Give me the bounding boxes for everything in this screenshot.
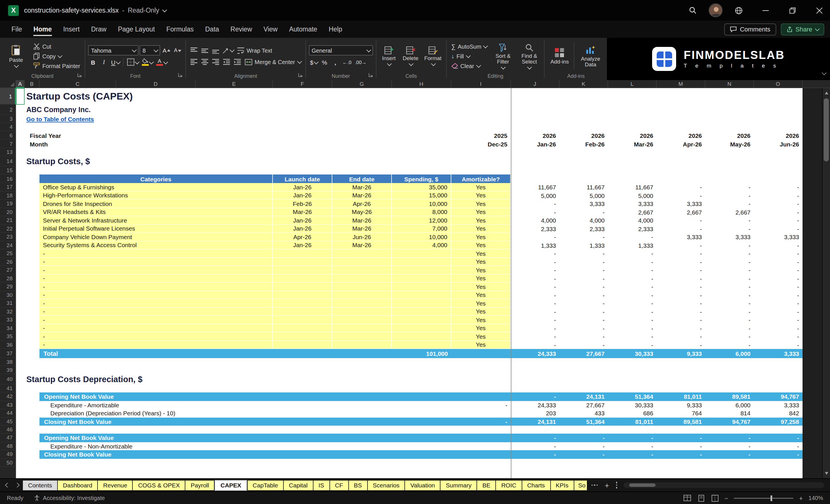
band-label[interactable]: Opening Net Book Value	[41, 434, 258, 442]
period-month-cell[interactable]: 2026	[560, 131, 608, 139]
borders-button[interactable]	[126, 57, 139, 67]
month-value-cell[interactable]: -	[705, 283, 754, 291]
month-value-cell[interactable]: -	[657, 249, 705, 258]
month-value-cell[interactable]: -	[560, 266, 608, 274]
row-header-14[interactable]: 14	[0, 156, 16, 166]
month-value-cell[interactable]: 3,333	[754, 233, 802, 241]
spending-cell[interactable]	[392, 266, 451, 274]
month-value-cell[interactable]: -	[560, 341, 608, 349]
column-header-G[interactable]: G	[332, 80, 392, 88]
sheet-tab-scenarios[interactable]: Scenarios	[368, 480, 405, 490]
spending-cell[interactable]	[392, 249, 451, 258]
amortizable-cell[interactable]: Yes	[451, 291, 511, 299]
row-header-16[interactable]: 16	[0, 175, 16, 183]
month-value-cell[interactable]: -	[754, 216, 802, 224]
amortizable-cell[interactable]: Yes	[451, 200, 511, 208]
total-spending-cell[interactable]: 101,000	[392, 349, 451, 358]
analyze-data-button[interactable]: Analyze Data	[577, 39, 604, 73]
row-header-25[interactable]: 25	[0, 249, 16, 258]
spending-cell[interactable]	[392, 341, 451, 349]
month-value-cell[interactable]: -	[657, 291, 705, 299]
month-value-cell[interactable]: -	[657, 333, 705, 341]
column-header-N[interactable]: N	[705, 80, 754, 88]
month-value-cell[interactable]: 2,667	[608, 208, 657, 216]
accessibility-status[interactable]: Accessibility: Investigate	[34, 495, 105, 501]
amortizable-cell[interactable]: Yes	[451, 333, 511, 341]
launch-date-cell[interactable]	[273, 291, 332, 299]
dep-dec-cell[interactable]: -	[451, 401, 511, 409]
bold-button[interactable]: B	[88, 57, 98, 67]
launch-date-cell[interactable]: Jan-26	[273, 241, 332, 249]
row-header-47[interactable]: 47	[0, 434, 16, 442]
launch-date-cell[interactable]: Apr-26	[273, 233, 332, 241]
month-value-cell[interactable]: -	[657, 183, 705, 191]
band-month-cell[interactable]: 51,364	[608, 392, 657, 401]
month-value-cell[interactable]: -	[657, 241, 705, 249]
category-cell[interactable]: Security Systems & Access Control	[39, 241, 273, 249]
category-cell[interactable]: -	[39, 291, 273, 299]
spending-cell[interactable]: 35,000	[392, 183, 451, 191]
month-value-cell[interactable]: -	[754, 333, 802, 341]
amortizable-cell[interactable]: Yes	[451, 274, 511, 283]
month-value-cell[interactable]: 2,667	[705, 208, 754, 216]
category-cell[interactable]: -	[39, 266, 273, 274]
alignment-dialog-launcher[interactable]	[298, 72, 302, 79]
category-cell[interactable]: -	[39, 316, 273, 324]
row-header-21[interactable]: 21	[0, 216, 16, 224]
column-header-M[interactable]: M	[657, 80, 705, 88]
month-value-cell[interactable]: -	[511, 324, 560, 333]
end-date-cell[interactable]	[332, 316, 392, 324]
menu-tab-data[interactable]: Data	[199, 21, 225, 38]
end-date-cell[interactable]	[332, 249, 392, 258]
band-month-cell[interactable]: -	[754, 434, 802, 442]
month-value-cell[interactable]: -	[705, 324, 754, 333]
band-month-cell[interactable]: 24,131	[511, 417, 560, 426]
row-header-2[interactable]: 2	[0, 105, 16, 115]
sheet-tab-bs[interactable]: BS	[349, 480, 367, 490]
row-header-24[interactable]: 24	[0, 241, 16, 249]
month-value-cell[interactable]: -	[608, 333, 657, 341]
sheet-tab-roic[interactable]: ROIC	[496, 480, 522, 490]
month-value-cell[interactable]: 4,000	[608, 216, 657, 224]
end-date-cell[interactable]: Mar-26	[332, 191, 392, 200]
sheet-tab-kpis[interactable]: KPIs	[550, 480, 573, 490]
month-value-cell[interactable]: -	[560, 283, 608, 291]
band-month-cell[interactable]: 94,767	[705, 417, 754, 426]
month-value-cell[interactable]: -	[608, 316, 657, 324]
month-value-cell[interactable]: -	[511, 299, 560, 308]
band-month-cell[interactable]: 81,011	[657, 392, 705, 401]
row-header-19[interactable]: 19	[0, 200, 16, 208]
month-value-cell[interactable]: -	[560, 233, 608, 241]
row-header-6[interactable]: 6	[0, 131, 16, 139]
row-header-49[interactable]: 49	[0, 450, 16, 459]
month-value-cell[interactable]: 5,000	[511, 191, 560, 200]
band-label[interactable]: Closing Net Book Value	[41, 450, 258, 459]
spending-cell[interactable]	[392, 316, 451, 324]
month-value-cell[interactable]: 1,333	[511, 241, 560, 249]
dep-month-cell[interactable]: -	[511, 442, 560, 450]
month-value-cell[interactable]: -	[705, 266, 754, 274]
period-dec-cell[interactable]: 2025	[451, 131, 511, 139]
category-cell[interactable]: -	[39, 283, 273, 291]
menu-tab-help[interactable]: Help	[323, 21, 348, 38]
month-value-cell[interactable]: -	[560, 208, 608, 216]
month-value-cell[interactable]: -	[754, 241, 802, 249]
band-month-cell[interactable]: 89,581	[705, 392, 754, 401]
month-value-cell[interactable]: -	[608, 258, 657, 266]
month-value-cell[interactable]: -	[511, 249, 560, 258]
spending-cell[interactable]	[392, 258, 451, 266]
month-value-cell[interactable]: -	[608, 283, 657, 291]
row-header-32[interactable]: 32	[0, 308, 16, 316]
font-color-button[interactable]: A	[155, 57, 168, 67]
month-value-cell[interactable]: -	[705, 183, 754, 191]
italic-button[interactable]: I	[99, 57, 109, 67]
month-value-cell[interactable]: -	[608, 291, 657, 299]
spending-cell[interactable]	[392, 291, 451, 299]
band-month-cell[interactable]: -	[754, 450, 802, 459]
row-header-36[interactable]: 36	[0, 341, 16, 349]
launch-date-cell[interactable]	[273, 299, 332, 308]
period-month-cell[interactable]: May-26	[705, 139, 754, 148]
band-month-cell[interactable]: -	[511, 434, 560, 442]
month-value-cell[interactable]: 1,333	[608, 241, 657, 249]
section-heading[interactable]: Startup Costs, $	[26, 156, 289, 166]
